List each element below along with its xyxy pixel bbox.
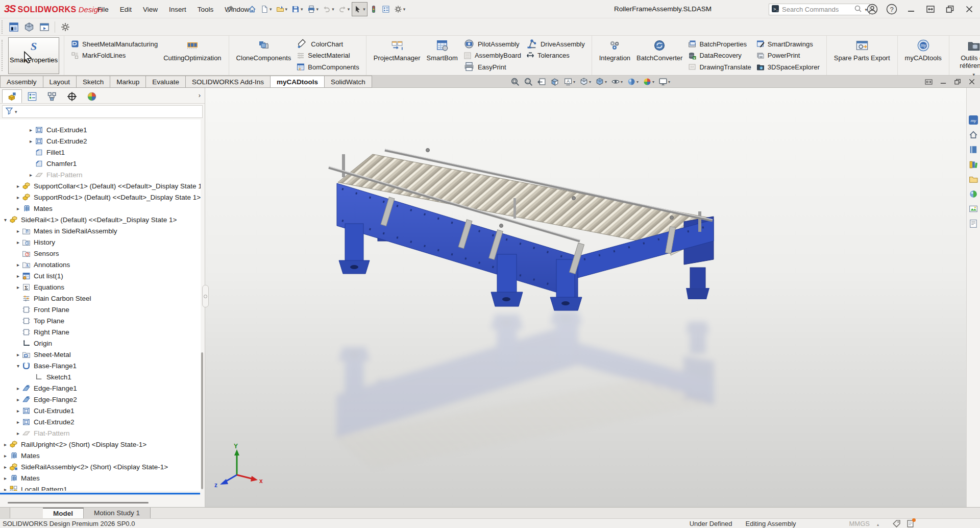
note-icon[interactable]	[906, 519, 915, 528]
expand-arrow[interactable]: ▸	[2, 475, 9, 481]
expand-arrow[interactable]: ▾	[2, 217, 9, 223]
mycad-viewer-button[interactable]	[21, 20, 37, 34]
tab-markup[interactable]: Markup	[110, 76, 146, 88]
expand-arrow[interactable]: ▸	[2, 487, 9, 491]
display-style-button[interactable]: ▾	[594, 76, 608, 87]
panel-splitter-handle[interactable]	[8, 502, 149, 503]
expand-arrow[interactable]: ▸	[14, 352, 22, 357]
dropdown-caret-icon[interactable]: ▾	[573, 80, 575, 84]
dropdown-caret-icon[interactable]: ▾	[363, 7, 365, 12]
tree-item[interactable]: ▸SupportRod<1> (Default) <<Default>_Disp…	[0, 191, 201, 203]
expand-arrow[interactable]: ▸	[14, 419, 22, 425]
batch-converter-button[interactable]: BatchConverter	[634, 37, 685, 62]
pin-icon[interactable]	[227, 5, 235, 13]
restore-button[interactable]	[942, 2, 958, 16]
tree-item[interactable]: Sensors	[0, 248, 201, 259]
expand-arrow[interactable]: ▸	[2, 442, 9, 447]
batch-properties-button[interactable]: BatchProperties	[686, 38, 753, 50]
tree-item[interactable]: ▸Cut list(1)	[0, 270, 201, 281]
help-button[interactable]: ?	[884, 2, 899, 16]
tree-item[interactable]: ▸RailUpright<2> (Short) <Display State-1…	[0, 439, 201, 450]
tree-item[interactable]: ▸Edge-Flange2	[0, 394, 201, 405]
drive-assembly-button[interactable]: DriveAssembly	[524, 38, 587, 50]
power-print-button[interactable]: PowerPrint	[754, 50, 822, 62]
pilot-assembly-button[interactable]: PilotAssembly	[461, 38, 523, 50]
menu-insert[interactable]: Insert	[164, 4, 191, 15]
smart-bom-button[interactable]: SmartBom	[424, 37, 460, 62]
model-roller-conveyor[interactable]: Y x z	[205, 88, 966, 507]
panel-tab-configurationmanager[interactable]	[42, 89, 62, 103]
tab-solidwatch[interactable]: SolidWatch	[325, 76, 372, 88]
expand-arrow[interactable]: ▸	[14, 430, 22, 436]
tree-item[interactable]: ▸Edge-Flange1	[0, 382, 201, 394]
tree-item[interactable]: Sketch1	[0, 371, 201, 382]
new-doc-button[interactable]: ▾	[258, 2, 274, 16]
search-icon[interactable]	[854, 5, 862, 14]
tree-item[interactable]: ▸Mates	[0, 203, 201, 214]
panel-expand-icon[interactable]: ›	[199, 91, 201, 99]
tree-item[interactable]: Front Plane	[0, 304, 201, 315]
view-settings-button[interactable]: ▾	[657, 76, 671, 87]
taskpane-mycad-tab-button[interactable]: my	[968, 114, 979, 126]
hide-show-button[interactable]: ▾	[610, 76, 624, 87]
taskpane-view-palette-button[interactable]	[968, 203, 979, 214]
expand-arrow[interactable]: ▸	[14, 397, 22, 402]
toolbar-drag-handle[interactable]	[2, 20, 4, 34]
tag-icon[interactable]	[892, 519, 901, 528]
spare-parts-export-button[interactable]: Spare Parts Export	[831, 37, 893, 62]
mark-fold-lines-button[interactable]: MarkFoldLines	[69, 50, 160, 62]
panel-collapse-handle[interactable]	[202, 285, 209, 307]
menu-view[interactable]: View	[138, 4, 162, 15]
search-icon[interactable]	[854, 5, 862, 13]
dropdown-caret-icon[interactable]: ▾	[652, 80, 654, 84]
status-units[interactable]: MMGS▴	[849, 520, 879, 527]
section-view-button[interactable]	[549, 76, 560, 87]
expand-arrow[interactable]: ▸	[2, 453, 9, 459]
expand-arrow[interactable]: ▸	[14, 408, 22, 414]
tree-item[interactable]: ▸Flat-Pattern	[0, 427, 201, 439]
expand-arrow[interactable]: ▸	[14, 183, 22, 189]
zoom-area-button[interactable]	[523, 76, 534, 87]
sheet-tab-motion-study-1[interactable]: Motion Study 1	[84, 508, 151, 518]
dropdown-caret-icon[interactable]: ▾	[636, 80, 639, 84]
expand-arrow[interactable]: ▸	[2, 464, 9, 470]
print-button[interactable]: ▾	[305, 2, 321, 16]
zoom-fit-button[interactable]	[509, 76, 521, 87]
rollback-bar[interactable]	[0, 493, 200, 494]
tree-item[interactable]: ▸AAnnotations	[0, 259, 201, 270]
tab-evaluate[interactable]: Evaluate	[146, 76, 186, 88]
tree-item[interactable]: ▸SupportCollar<1> (Default) <<Default>_D…	[0, 180, 201, 191]
save-button[interactable]: ▾	[289, 2, 305, 16]
project-manager-button[interactable]: ProjectManager	[371, 37, 423, 62]
panel-tab-displaymanager[interactable]	[82, 89, 102, 103]
dropdown-caret-icon[interactable]: ▾	[605, 80, 607, 84]
expand-arrow[interactable]: ▸	[14, 195, 22, 200]
win-minimize-button[interactable]	[939, 78, 947, 86]
pane-splitter[interactable]	[0, 508, 10, 518]
expand-arrow[interactable]: ▾	[14, 363, 22, 369]
panel-tab-featuremanager[interactable]	[2, 89, 22, 103]
easy-print-button[interactable]: EasyPrint	[461, 61, 523, 73]
select-material-button[interactable]: SelectMaterial	[295, 50, 361, 62]
tree-item[interactable]: ▸History	[0, 236, 201, 248]
taskpane-file-explorer-button[interactable]	[968, 174, 979, 185]
menu-tools[interactable]: Tools	[193, 4, 218, 15]
tolerances-button[interactable]: Tolerances	[524, 50, 587, 62]
dropdown-caret-icon[interactable]: ▾	[316, 7, 319, 12]
tree-item[interactable]: ▸Flat-Pattern	[0, 169, 201, 180]
tree-item[interactable]: ▸SideRailAssembly<2> (Short) <Display St…	[0, 461, 201, 472]
view-orientation-button[interactable]: ▾	[578, 76, 592, 87]
tab-solidworks-add-ins[interactable]: SOLIDWORKS Add-Ins	[186, 76, 271, 88]
tab-mycadtools[interactable]: myCADtools	[271, 76, 325, 88]
tree-item[interactable]: ▾Base-Flange1	[0, 360, 201, 371]
dropdown-caret-icon[interactable]: ▾	[270, 7, 272, 12]
tree-item[interactable]: ▸Cut-Extrude1	[0, 405, 201, 416]
expand-arrow[interactable]: ▸	[27, 127, 35, 133]
mycad-macro-button[interactable]	[37, 20, 52, 34]
bom-components-button[interactable]: XBomComponents	[295, 61, 361, 73]
tree-item[interactable]: ▸Cut-Extrude2	[0, 135, 201, 147]
tree-item[interactable]: ▸Sheet-Metal	[0, 349, 201, 360]
tree-item[interactable]: ▸LocalLPattern1	[0, 484, 201, 491]
mycad-panel-button[interactable]	[6, 20, 21, 34]
space-explorer-button[interactable]: e3DSpaceExplorer	[754, 61, 822, 73]
